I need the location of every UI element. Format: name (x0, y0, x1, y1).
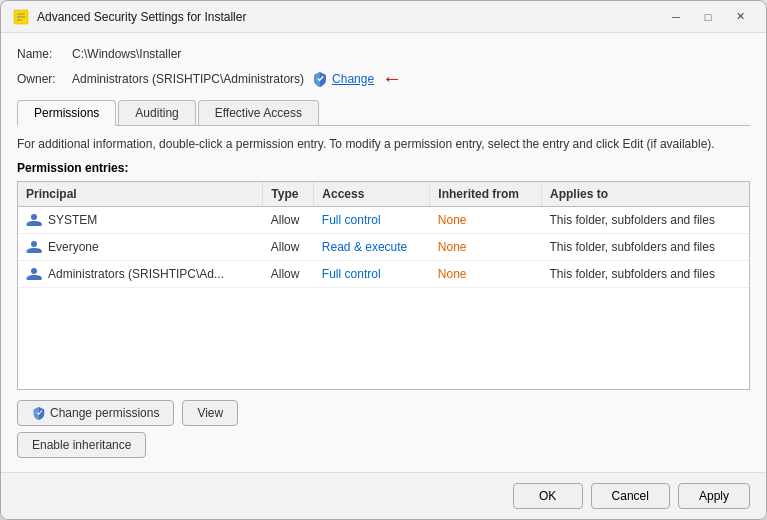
cell-type: Allow (263, 206, 314, 233)
enable-inheritance-row: Enable inheritance (17, 432, 750, 458)
change-permissions-button[interactable]: Change permissions (17, 400, 174, 426)
name-value: C:\Windows\Installer (72, 47, 181, 61)
tab-effective-access[interactable]: Effective Access (198, 100, 319, 125)
cell-principal: Administrators (SRISHTIPC\Ad... (18, 260, 263, 287)
enable-inheritance-button[interactable]: Enable inheritance (17, 432, 146, 458)
col-applies: Applies to (541, 182, 749, 207)
name-row: Name: C:\Windows\Installer (17, 47, 750, 61)
user-icon (26, 266, 42, 282)
shield-change-icon (32, 406, 46, 420)
cell-inherited: None (430, 260, 542, 287)
user-icon (26, 212, 42, 228)
apply-button[interactable]: Apply (678, 483, 750, 509)
minimize-button[interactable]: ─ (662, 7, 690, 27)
maximize-button[interactable]: □ (694, 7, 722, 27)
permissions-table-container: Principal Type Access Inherited from App… (17, 181, 750, 390)
tab-permissions[interactable]: Permissions (17, 100, 116, 126)
owner-label: Owner: (17, 72, 72, 86)
owner-row: Owner: Administrators (SRISHTIPC\Adminis… (17, 67, 750, 90)
name-label: Name: (17, 47, 72, 61)
owner-change-area: Change ← (312, 67, 402, 90)
col-inherited: Inherited from (430, 182, 542, 207)
svg-point-1 (31, 214, 37, 220)
cell-type: Allow (263, 233, 314, 260)
table-row[interactable]: Everyone AllowRead & executeNoneThis fol… (18, 233, 749, 260)
owner-value: Administrators (SRISHTIPC\Administrators… (72, 72, 304, 86)
window-title: Advanced Security Settings for Installer (37, 10, 662, 24)
red-arrow-icon: ← (382, 67, 402, 90)
col-access: Access (314, 182, 430, 207)
title-bar: Advanced Security Settings for Installer… (1, 1, 766, 33)
svg-point-4 (31, 241, 37, 247)
change-permissions-label: Change permissions (50, 406, 159, 420)
cell-inherited: None (430, 206, 542, 233)
footer: OK Cancel Apply (1, 472, 766, 519)
cell-applies: This folder, subfolders and files (541, 206, 749, 233)
window-icon (13, 9, 29, 25)
cell-principal: SYSTEM (18, 206, 263, 233)
cell-principal: Everyone (18, 233, 263, 260)
table-row[interactable]: SYSTEM AllowFull controlNoneThis folder,… (18, 206, 749, 233)
shield-icon (312, 71, 328, 87)
cancel-button[interactable]: Cancel (591, 483, 670, 509)
content-area: Name: C:\Windows\Installer Owner: Admini… (1, 33, 766, 472)
cell-access: Read & execute (314, 233, 430, 260)
info-text: For additional information, double-click… (17, 136, 750, 153)
table-row[interactable]: Administrators (SRISHTIPC\Ad... AllowFul… (18, 260, 749, 287)
permissions-table: Principal Type Access Inherited from App… (18, 182, 749, 288)
user-icon (26, 239, 42, 255)
cell-access: Full control (314, 206, 430, 233)
bottom-buttons-row: Change permissions View (17, 400, 750, 426)
enable-inheritance-label: Enable inheritance (32, 438, 131, 452)
tabs-container: Permissions Auditing Effective Access (17, 100, 750, 126)
tab-auditing[interactable]: Auditing (118, 100, 195, 125)
cell-type: Allow (263, 260, 314, 287)
table-header-row: Principal Type Access Inherited from App… (18, 182, 749, 207)
perm-entries-label: Permission entries: (17, 161, 750, 175)
cell-applies: This folder, subfolders and files (541, 260, 749, 287)
window-controls: ─ □ ✕ (662, 7, 754, 27)
cell-inherited: None (430, 233, 542, 260)
col-type: Type (263, 182, 314, 207)
ok-button[interactable]: OK (513, 483, 583, 509)
svg-point-7 (31, 268, 37, 274)
change-owner-button[interactable]: Change (332, 72, 374, 86)
view-label: View (197, 406, 223, 420)
cell-applies: This folder, subfolders and files (541, 233, 749, 260)
main-window: Advanced Security Settings for Installer… (0, 0, 767, 520)
cell-access: Full control (314, 260, 430, 287)
view-button[interactable]: View (182, 400, 238, 426)
close-button[interactable]: ✕ (726, 7, 754, 27)
col-principal: Principal (18, 182, 263, 207)
